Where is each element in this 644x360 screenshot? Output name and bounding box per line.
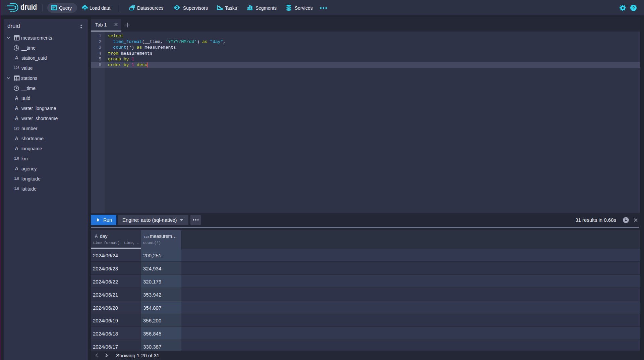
svg-text:?: ?	[632, 5, 635, 10]
